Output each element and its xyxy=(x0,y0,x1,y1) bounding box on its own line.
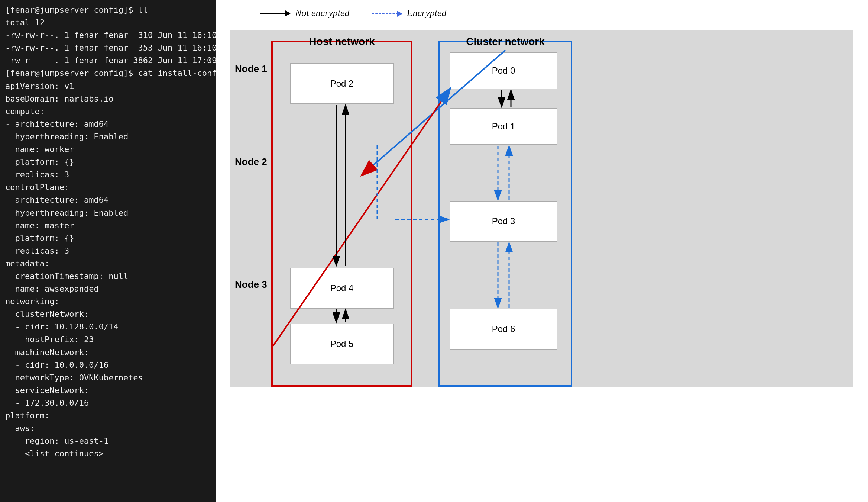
pod3-box: Pod 3 xyxy=(450,201,557,242)
cluster-network-title: Cluster network xyxy=(466,36,545,48)
diagram-panel: Not encrypted Encrypted Node 1 Node 2 No… xyxy=(216,0,868,502)
legend: Not encrypted Encrypted xyxy=(260,7,853,19)
pod1-box: Pod 1 xyxy=(450,108,557,145)
pod6-box: Pod 6 xyxy=(450,309,557,350)
dashed-arrow-icon xyxy=(372,13,402,14)
not-encrypted-label: Not encrypted xyxy=(295,7,350,19)
pod5-box: Pod 5 xyxy=(290,324,394,364)
pod4-box: Pod 4 xyxy=(290,268,394,309)
node2-label: Node 2 xyxy=(235,156,267,168)
node1-label: Node 1 xyxy=(235,63,267,75)
encrypted-label: Encrypted xyxy=(407,7,447,19)
diagram-area: Node 1 Node 2 Node 3 Host network Cluste… xyxy=(230,30,853,483)
terminal-panel: [fenar@jumpserver config]$ ll total 12 -… xyxy=(0,0,216,502)
node3-label: Node 3 xyxy=(235,279,267,290)
pod2-box: Pod 2 xyxy=(290,63,394,104)
solid-arrow-icon xyxy=(260,13,290,14)
host-network-title: Host network xyxy=(309,36,375,48)
not-encrypted-legend: Not encrypted xyxy=(260,7,350,19)
pod0-box: Pod 0 xyxy=(450,52,557,89)
encrypted-legend: Encrypted xyxy=(372,7,447,19)
